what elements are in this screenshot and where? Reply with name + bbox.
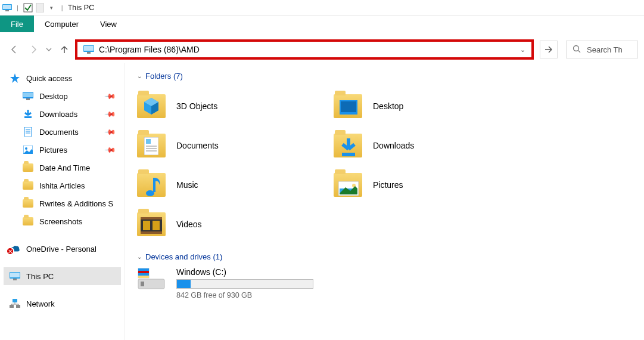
drive-info: Windows (C:) 842 GB free of 930 GB	[176, 267, 313, 299]
svg-rect-37	[146, 139, 151, 144]
pc-icon	[2, 3, 12, 13]
sidebar-item-recent[interactable]: Screenshots	[4, 212, 121, 230]
desktop-icon	[23, 91, 33, 101]
folder-label: Music	[176, 180, 198, 190]
folder-desktop[interactable]: Desktop	[334, 86, 530, 126]
folder-videos[interactable]: Videos	[137, 205, 334, 244]
nav-row: ⌄ Search Th	[0, 36, 644, 63]
back-button[interactable]	[6, 41, 23, 58]
svg-rect-35	[341, 101, 356, 112]
sidebar-item-recent[interactable]: Date And Time	[4, 159, 121, 177]
svg-rect-15	[24, 127, 32, 137]
videos-folder-icon	[137, 210, 166, 239]
tab-file[interactable]: File	[0, 16, 34, 32]
folder-downloads[interactable]: Downloads	[334, 126, 530, 165]
ribbon-tabs: File Computer View	[0, 16, 644, 32]
address-dropdown-icon[interactable]: ⌄	[520, 46, 525, 54]
search-box[interactable]: Search Th	[566, 41, 638, 58]
drive-usage-bar	[176, 279, 313, 289]
svg-rect-4	[36, 3, 43, 13]
svg-rect-24	[13, 299, 17, 302]
checkbox-icon[interactable]	[23, 3, 33, 13]
svg-rect-25	[10, 305, 14, 308]
downloads-folder-icon	[334, 131, 362, 160]
drive-c[interactable]: Windows (C:) 842 GB free of 930 GB	[137, 267, 632, 299]
drive-icon	[137, 267, 166, 291]
sidebar-this-pc[interactable]: This PC	[4, 267, 121, 285]
tab-computer[interactable]: Computer	[34, 16, 89, 32]
svg-point-42	[146, 190, 154, 196]
svg-rect-1	[3, 5, 11, 9]
folder-pictures[interactable]: Pictures	[334, 165, 530, 205]
svg-rect-22	[10, 273, 20, 277]
blank-doc-icon[interactable]	[35, 3, 45, 13]
folder-icon	[23, 198, 33, 209]
sidebar-item-label: Screenshots	[39, 217, 82, 226]
svg-rect-12	[23, 92, 33, 97]
folder-label: Videos	[176, 220, 202, 229]
sidebar-item-label: Ishita Articles	[39, 181, 85, 190]
go-button[interactable]	[540, 41, 558, 58]
sidebar-item-desktop[interactable]: Desktop 📌	[4, 87, 121, 105]
sidebar-item-label: Downloads	[39, 110, 77, 119]
folder-icon	[23, 180, 33, 191]
sidebar-item-pictures[interactable]: Pictures 📌	[4, 141, 121, 159]
music-folder-icon	[137, 171, 166, 199]
pin-icon: 📌	[104, 144, 117, 156]
svg-rect-55	[138, 268, 149, 271]
network-icon	[10, 298, 20, 309]
title-bar: | ▾ | This PC	[0, 0, 644, 16]
3d-objects-icon	[137, 92, 166, 120]
folders-grid: 3D Objects Desktop Documents Downloads M…	[137, 86, 632, 244]
pictures-icon	[23, 144, 33, 155]
sidebar-item-label: Rwrites & Additions S	[39, 199, 113, 208]
sidebar-network[interactable]: Network	[4, 295, 121, 313]
sidebar-item-recent[interactable]: Rwrites & Additions S	[4, 194, 121, 212]
sidebar-item-label: This PC	[26, 272, 54, 281]
sidebar-onedrive[interactable]: ✕ OneDrive - Personal	[4, 240, 121, 258]
svg-rect-50	[143, 221, 150, 230]
folder-label: Pictures	[373, 180, 403, 190]
folders-group-header[interactable]: ⌄ Folders (7)	[137, 72, 632, 81]
address-bar[interactable]: ⌄	[75, 39, 534, 60]
folder-documents[interactable]: Documents	[137, 126, 334, 165]
sidebar-item-documents[interactable]: Documents 📌	[4, 123, 121, 141]
svg-line-9	[578, 50, 581, 52]
sidebar-item-label: OneDrive - Personal	[26, 245, 97, 254]
forward-button[interactable]	[25, 41, 42, 58]
svg-rect-51	[153, 221, 160, 230]
documents-icon	[23, 126, 33, 137]
folder-label: Desktop	[373, 101, 403, 111]
folder-label: 3D Objects	[176, 101, 217, 111]
drives-group-header[interactable]: ⌄ Devices and drives (1)	[137, 252, 632, 261]
svg-rect-56	[138, 271, 149, 273]
sidebar-item-label: Pictures	[39, 146, 67, 154]
group-label: Devices and drives (1)	[145, 252, 222, 261]
svg-rect-49	[141, 231, 162, 234]
sidebar-item-recent[interactable]: Ishita Articles	[4, 177, 121, 194]
pictures-folder-icon	[334, 171, 362, 199]
sidebar-item-downloads[interactable]: Downloads 📌	[4, 105, 121, 123]
search-placeholder: Search Th	[587, 45, 623, 54]
cloud-icon: ✕	[10, 243, 20, 254]
folder-icon	[23, 216, 33, 227]
folder-3d-objects[interactable]: 3D Objects	[137, 86, 334, 126]
svg-point-20	[25, 147, 27, 150]
drive-free-text: 842 GB free of 930 GB	[176, 291, 313, 299]
window-title: This PC	[68, 4, 94, 12]
folder-icon	[23, 162, 33, 173]
svg-rect-58	[138, 276, 149, 278]
sidebar-item-label: Network	[26, 299, 55, 308]
address-input[interactable]	[99, 45, 511, 54]
drive-usage-fill	[177, 280, 191, 288]
sidebar-quick-access[interactable]: Quick access	[4, 69, 121, 87]
history-dropdown[interactable]	[44, 41, 54, 58]
tab-view[interactable]: View	[89, 16, 127, 32]
chevron-down-icon: ⌄	[137, 73, 142, 79]
dropdown-icon[interactable]: ▾	[47, 3, 57, 13]
up-button[interactable]	[56, 41, 73, 58]
pin-icon: 📌	[104, 108, 117, 120]
svg-marker-10	[10, 73, 20, 83]
folder-music[interactable]: Music	[137, 165, 334, 205]
sidebar-item-label: Documents	[39, 128, 79, 137]
